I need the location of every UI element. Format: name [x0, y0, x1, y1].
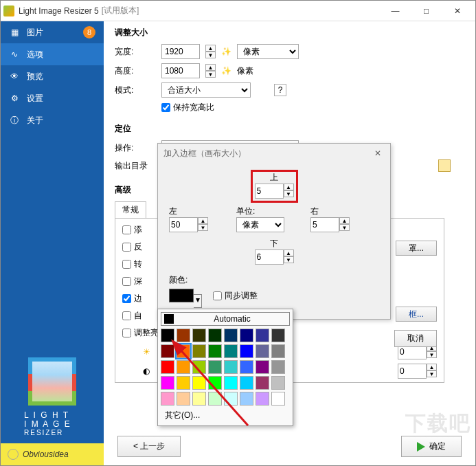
- color-swatch[interactable]: [271, 360, 285, 374]
- mode-select[interactable]: 合适大小: [161, 82, 251, 98]
- color-swatch[interactable]: [271, 376, 285, 390]
- color-swatch[interactable]: [208, 392, 222, 406]
- color-swatch[interactable]: [192, 344, 206, 358]
- color-swatch[interactable]: [224, 392, 238, 406]
- color-swatch[interactable]: [224, 329, 238, 342]
- sidebar-item-preview[interactable]: 👁 预览: [1, 65, 104, 87]
- top-input[interactable]: ▲▼: [255, 184, 294, 199]
- cb-brightness[interactable]: [122, 329, 131, 337]
- cb-add[interactable]: [122, 225, 131, 234]
- color-swatch[interactable]: [256, 376, 269, 390]
- color-swatch[interactable]: [177, 344, 190, 358]
- product-logo: [28, 357, 76, 406]
- color-other[interactable]: 其它(O)...: [161, 408, 290, 423]
- color-swatch[interactable]: [161, 344, 174, 358]
- cancel-button[interactable]: 取消: [394, 330, 437, 347]
- window-controls: — □ ✕: [380, 1, 473, 21]
- wand-icon[interactable]: ✨: [221, 66, 231, 76]
- color-swatch[interactable]: [208, 329, 222, 342]
- color-swatch[interactable]: [177, 360, 190, 374]
- cb-self[interactable]: [122, 311, 131, 320]
- color-swatch[interactable]: [224, 344, 238, 358]
- color-swatch[interactable]: [208, 360, 222, 374]
- wand-icon[interactable]: ✨: [221, 47, 231, 56]
- width-spin[interactable]: ▲▼: [205, 45, 216, 58]
- prev-button[interactable]: < 上一步: [117, 436, 181, 457]
- keep-ratio-checkbox[interactable]: 保持宽高比: [161, 102, 214, 113]
- right-input[interactable]: ▲▼: [310, 217, 372, 232]
- dialog-titlebar: 加入边框（画布大小） ✕: [158, 144, 390, 163]
- app-icon: [3, 5, 14, 16]
- tab-general[interactable]: 常规: [115, 201, 146, 218]
- color-swatch[interactable]: [256, 392, 269, 406]
- color-swatch[interactable]: [208, 344, 222, 358]
- color-swatch[interactable]: [240, 344, 253, 358]
- color-swatch[interactable]: [271, 392, 285, 406]
- automatic-label: Automatic: [178, 314, 286, 324]
- color-label: 颜色:: [169, 274, 379, 286]
- sidebar-item-about[interactable]: ⓘ 关于: [1, 109, 104, 131]
- brand-link[interactable]: Obviousidea: [1, 443, 104, 465]
- cb-border[interactable]: [122, 294, 131, 303]
- product-name: L I G H T I M A G E RESIZER: [1, 411, 104, 436]
- color-swatch[interactable]: [192, 376, 206, 390]
- color-swatch[interactable]: [240, 376, 253, 390]
- color-swatch[interactable]: [177, 376, 190, 390]
- color-swatch[interactable]: ▾: [169, 289, 202, 308]
- output-label: 输出目录: [115, 160, 156, 172]
- color-swatch[interactable]: [256, 360, 269, 374]
- contrast-icon: ◐: [143, 366, 150, 376]
- color-swatch[interactable]: [192, 360, 206, 374]
- color-swatch[interactable]: [224, 360, 238, 374]
- width-unit-select[interactable]: 像素: [237, 44, 299, 59]
- mode-label: 模式:: [115, 85, 156, 96]
- color-swatch[interactable]: [161, 329, 174, 342]
- left-input[interactable]: ▲▼: [169, 217, 231, 232]
- mode-help-button[interactable]: ?: [274, 84, 286, 96]
- width-input[interactable]: [161, 44, 200, 59]
- dialog-close-button[interactable]: ✕: [371, 146, 385, 160]
- sync-checkbox[interactable]: 同步调整: [213, 290, 258, 302]
- color-swatch[interactable]: [161, 376, 174, 390]
- color-automatic[interactable]: Automatic: [161, 312, 290, 326]
- black-swatch: [164, 314, 174, 324]
- action-label: 操作:: [115, 142, 156, 154]
- bottom-input[interactable]: ▲▼: [255, 249, 294, 265]
- cb-deep[interactable]: [122, 277, 131, 286]
- color-swatch[interactable]: [224, 376, 238, 390]
- ok-button[interactable]: 确定: [401, 436, 462, 457]
- sidebar-item-label: 图片: [27, 27, 43, 38]
- border-button[interactable]: 框...: [396, 307, 437, 322]
- sidebar-item-settings[interactable]: ⚙ 设置: [1, 87, 104, 109]
- color-swatch[interactable]: [240, 329, 253, 342]
- color-swatch[interactable]: [177, 392, 190, 406]
- mask-button[interactable]: 罩...: [396, 241, 437, 256]
- height-input[interactable]: [161, 63, 200, 78]
- maximize-button[interactable]: □: [411, 1, 442, 21]
- color-swatch[interactable]: [271, 344, 285, 358]
- color-swatch[interactable]: [161, 360, 174, 374]
- color-swatch[interactable]: [177, 329, 190, 342]
- sidebar-item-options[interactable]: ∿ 选项: [1, 43, 104, 65]
- eye-icon: 👁: [9, 71, 20, 81]
- color-swatch[interactable]: [240, 360, 253, 374]
- color-swatch[interactable]: [161, 392, 174, 406]
- color-swatch[interactable]: [192, 392, 206, 406]
- color-swatch[interactable]: [208, 376, 222, 390]
- color-swatch[interactable]: [256, 344, 269, 358]
- cb-invert[interactable]: [122, 243, 131, 252]
- folder-icon[interactable]: [438, 159, 451, 172]
- color-swatch[interactable]: [240, 392, 253, 406]
- color-swatch[interactable]: [271, 329, 285, 342]
- close-button[interactable]: ✕: [442, 1, 473, 21]
- contrast-input[interactable]: ▲▼: [398, 364, 437, 379]
- sidebar-item-label: 选项: [27, 49, 43, 60]
- cb-rotate[interactable]: [122, 260, 131, 269]
- unit-select[interactable]: 像素: [236, 217, 284, 232]
- color-swatch[interactable]: [256, 329, 269, 342]
- top-highlight: 上 ▲▼: [251, 170, 298, 203]
- height-spin[interactable]: ▲▼: [205, 64, 216, 78]
- color-swatch[interactable]: [192, 329, 206, 342]
- sidebar-item-images[interactable]: ▦ 图片 8: [1, 21, 104, 43]
- minimize-button[interactable]: —: [380, 1, 411, 21]
